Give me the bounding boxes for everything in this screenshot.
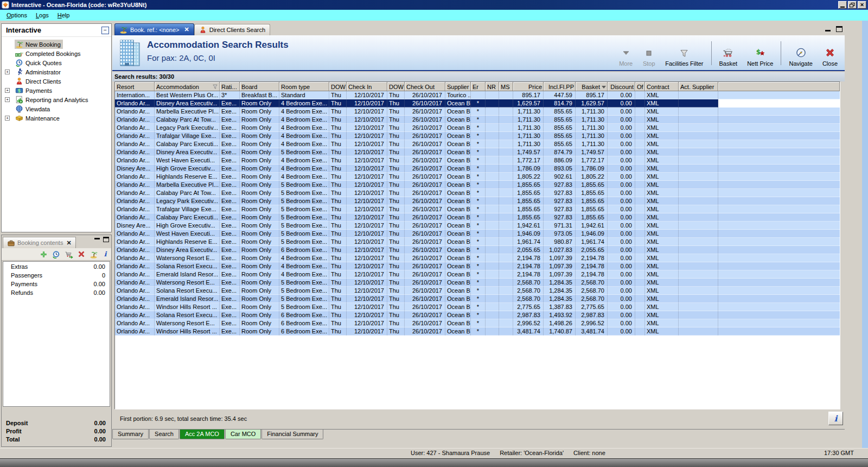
table-row[interactable]: Orlando Ar...Solana Resort Execu...Exe..… (115, 262, 840, 270)
table-row[interactable]: Orlando Ar...Marbella Executive Pl...Exe… (115, 181, 840, 189)
table-row[interactable]: Orlando Ar...Calabay Parc At Tow...Exe..… (115, 189, 840, 197)
sidebar-item-new-booking[interactable]: New Booking (2, 40, 111, 49)
booking-panel-minimize-icon[interactable] (94, 238, 100, 239)
basket-button[interactable]: Basket (714, 38, 743, 68)
column-header-rating[interactable]: Rati... (220, 82, 240, 91)
column-header-dow_in[interactable]: DOW (329, 82, 347, 91)
table-row[interactable]: Orlando Ar...West Haven Executi...Exe...… (115, 156, 840, 165)
cart-transfer-icon[interactable] (65, 250, 73, 258)
table-row[interactable]: Orlando Ar...Watersong Resort E...Exe...… (115, 254, 840, 262)
panel-collapse-button[interactable]: − (101, 27, 109, 34)
column-header-basket[interactable]: Basket (576, 82, 608, 91)
column-header-er[interactable]: Er (471, 82, 486, 91)
table-row[interactable]: Orlando Ar...Marbella Executive Pl...Exe… (115, 108, 840, 116)
column-header-of[interactable]: Of (635, 82, 645, 91)
sidebar-item-viewdata[interactable]: Viewdata (2, 104, 111, 113)
bottom-tab-summary[interactable]: Summary (112, 430, 149, 439)
close-button[interactable]: ✕ (858, 1, 866, 9)
table-row[interactable]: Orlando Ar...Calabay Parc At Tow...Exe..… (115, 116, 840, 124)
table-row[interactable]: Orlando Ar...West Haven Executi...Exe...… (115, 230, 840, 238)
booking-panel-maximize-icon[interactable] (103, 237, 109, 242)
close-button[interactable]: Close (818, 38, 843, 68)
table-row[interactable]: Orlando Ar...Emerald Island Resor...Exe.… (115, 295, 840, 303)
column-header-check_in[interactable]: Check In (347, 82, 387, 91)
menu-item-help[interactable]: Help (53, 11, 74, 20)
minimize-button[interactable] (838, 1, 847, 9)
sidebar-item-maintenance[interactable]: +Maintenance (2, 113, 111, 123)
column-header-incl_fl_pp[interactable]: Incl.Fl.PP (544, 82, 576, 91)
booking-contents-tab[interactable]: Booking contents ✕ (3, 237, 76, 248)
column-header-board[interactable]: Board (240, 82, 279, 91)
tab-close-icon[interactable]: ✕ (184, 26, 189, 33)
column-header-check_out[interactable]: Check Out (405, 82, 445, 91)
sidebar-item-administrator[interactable]: +Administrator (2, 67, 111, 77)
more-button[interactable]: More (614, 38, 637, 68)
expand-icon[interactable]: + (5, 88, 10, 93)
table-row[interactable]: Orlando Ar...Legacy Park Executiv...Exe.… (115, 197, 840, 205)
table-row[interactable]: Orlando Ar...Disney Area Executiv...Exe.… (115, 246, 840, 254)
menu-item-logs[interactable]: Logs (31, 11, 53, 20)
nett-price-button[interactable]: $Nett Price (742, 38, 778, 68)
column-header-price[interactable]: Price (513, 82, 544, 91)
tab-book-ref-none[interactable]: Book. ref.: <none>✕ (114, 23, 194, 35)
delete-icon[interactable] (78, 250, 85, 258)
column-header-room_type[interactable]: Room type (279, 82, 329, 91)
booking-contents-close-icon[interactable]: ✕ (66, 239, 71, 247)
table-row[interactable]: Orlando Ar...Windsor Hills Resort ...Exe… (115, 327, 840, 336)
facilities-filter-button[interactable]: Facilities Filter (660, 38, 708, 68)
add-icon[interactable] (40, 250, 48, 258)
sidebar-item-payments[interactable]: +$Payments (2, 86, 111, 95)
cell-check_out: 26/10/2017 (405, 140, 445, 148)
mdi-maximize-icon[interactable] (836, 26, 843, 32)
bottom-tab-acc-2a-mco[interactable]: Acc 2A MCO (180, 430, 225, 439)
sidebar-item-quick-quotes[interactable]: Quick Quotes (2, 58, 111, 67)
table-row[interactable]: Orlando Ar...Watersong Resort E...Exe...… (115, 279, 840, 287)
sidebar-item-direct-clients[interactable]: Direct Clients (2, 77, 111, 86)
column-header-discount[interactable]: Discount (608, 82, 635, 91)
bottom-tab-car-mco[interactable]: Car MCO (225, 430, 261, 439)
column-header-dow_out[interactable]: DOW (387, 82, 405, 91)
restore-button[interactable] (848, 1, 857, 9)
column-header-nr[interactable]: NR (486, 82, 499, 91)
table-row[interactable]: Orlando Ar...Solana Resort Execu...Exe..… (115, 287, 840, 295)
table-row[interactable]: Orlando Ar...Legacy Park Executiv...Exe.… (115, 124, 840, 132)
sidebar-item-reporting-and-analytics[interactable]: +Reporting and Analytics (2, 95, 111, 104)
sidebar-item-completed-bookings[interactable]: Completed Bookings (2, 49, 111, 58)
bottom-tab-financial-summary[interactable]: Financial Summary (261, 430, 323, 439)
column-header-supplier[interactable]: Supplier (445, 82, 471, 91)
expand-icon[interactable]: + (5, 97, 10, 102)
bottom-tab-search[interactable]: Search (149, 430, 179, 439)
table-row[interactable]: Orlando Ar...Highlands Reserve E...Exe..… (115, 238, 840, 246)
quick-quotes-icon[interactable] (52, 250, 60, 258)
column-header-ms[interactable]: MS (499, 82, 513, 91)
info-icon[interactable]: i (102, 250, 108, 258)
table-row[interactable]: Orlando Ar...Watersong Resort E...Exe...… (115, 319, 840, 327)
navigate-button[interactable]: Navigate (784, 38, 817, 68)
table-row[interactable]: Internation...Best Western Plus Or...3*B… (115, 91, 840, 99)
table-row[interactable]: Orlando Ar...Disney Area Executiv...Exe.… (115, 99, 840, 108)
info-button[interactable]: i (828, 412, 843, 425)
expand-icon[interactable]: + (5, 116, 10, 121)
table-row[interactable]: Orlando Ar...Solana Resort Execu...Exe..… (115, 311, 840, 319)
stop-button[interactable]: Stop (637, 38, 660, 68)
column-header-contract[interactable]: Contract (645, 82, 679, 91)
column-header-resort[interactable]: Resort (115, 82, 155, 91)
table-row[interactable]: Orlando Ar...Calabay Parc Executi...Exe.… (115, 213, 840, 222)
menu-item-options[interactable]: Options (2, 11, 31, 20)
column-header-act_supplier[interactable]: Act. Supplier (679, 82, 718, 91)
table-row[interactable]: Disney Are...High Grove Executiv...Exe..… (115, 222, 840, 230)
expand-icon[interactable]: + (5, 70, 10, 74)
palm-tree-icon[interactable] (90, 250, 98, 258)
table-row[interactable]: Orlando Ar...Disney Area Executiv...Exe.… (115, 148, 840, 156)
table-row[interactable]: Orlando Ar...Highlands Reserve E...Exe..… (115, 173, 840, 181)
tab-direct-clients-search[interactable]: Direct Clients Search (194, 24, 270, 35)
table-row[interactable]: Orlando Ar...Trafalgar Village Exe...Exe… (115, 132, 840, 140)
table-row[interactable]: Orlando Ar...Emerald Island Resor...Exe.… (115, 270, 840, 279)
cell-incl_fl_pp: 971.31 (544, 222, 576, 230)
mdi-minimize-icon[interactable] (825, 26, 831, 31)
table-row[interactable]: Orlando Ar...Trafalgar Village Exe...Exe… (115, 205, 840, 213)
table-row[interactable]: Disney Are...High Grove Executiv...Exe..… (115, 165, 840, 173)
column-header-accommodation[interactable]: Accommodation (155, 82, 220, 91)
table-row[interactable]: Orlando Ar...Calabay Parc Executi...Exe.… (115, 140, 840, 148)
table-row[interactable]: Orlando Ar...Windsor Hills Resort ...Exe… (115, 303, 840, 311)
